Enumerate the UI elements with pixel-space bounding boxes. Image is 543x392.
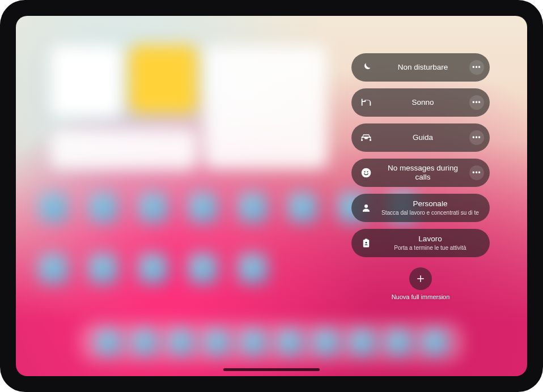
svg-rect-5: [365, 239, 368, 241]
focus-subtitle: Stacca dal lavoro e concentrati su di te: [380, 210, 481, 216]
moon-icon: [359, 61, 373, 74]
app-icon: [188, 193, 218, 222]
dock-app: [422, 329, 448, 355]
new-focus-label: Nuova full immersion: [392, 293, 450, 300]
focus-driving[interactable]: Guida •••: [351, 123, 490, 152]
focus-subtitle: Porta a termine le tue attività: [380, 245, 481, 252]
dock-app: [168, 329, 194, 355]
person-icon: [359, 201, 373, 215]
focus-work[interactable]: Lavoro Porta a termine le tue attività: [351, 229, 490, 257]
svg-point-3: [364, 204, 368, 208]
focus-do-not-disturb[interactable]: Non disturbare •••: [351, 53, 490, 82]
app-icon: [188, 254, 218, 283]
app-icon: [138, 254, 168, 283]
badge-icon: [359, 236, 373, 250]
widget-list: [50, 129, 197, 170]
widget-notes: [129, 45, 197, 113]
more-icon[interactable]: •••: [469, 95, 484, 110]
focus-title: Personale: [380, 199, 481, 208]
svg-point-6: [366, 242, 367, 244]
app-icon: [238, 254, 268, 283]
svg-point-0: [362, 168, 371, 178]
new-focus: Nuova full immersion: [351, 267, 490, 300]
more-icon[interactable]: •••: [469, 165, 484, 180]
app-icon: [39, 193, 68, 222]
app-icon: [39, 254, 68, 283]
ipad-frame: Non disturbare ••• Sonno ••• Guida: [0, 0, 543, 392]
plus-icon: [415, 274, 426, 284]
dock-app: [95, 329, 121, 355]
app-icon: [138, 193, 168, 222]
focus-personal[interactable]: Personale Stacca dal lavoro e concentrat…: [351, 194, 490, 222]
dock-app: [240, 329, 266, 355]
more-icon[interactable]: •••: [469, 130, 484, 145]
dock-app: [131, 329, 158, 355]
app-icon: [288, 193, 317, 222]
focus-title: Guida: [380, 133, 466, 142]
widget-large: [204, 45, 328, 169]
dock-app: [385, 329, 412, 355]
home-indicator[interactable]: [223, 368, 320, 371]
dock-app: [204, 329, 230, 355]
car-icon: [359, 131, 373, 144]
screen: Non disturbare ••• Sonno ••• Guida: [16, 16, 527, 376]
dock-app: [349, 329, 375, 355]
app-icon: [88, 193, 118, 222]
smile-icon: [359, 166, 373, 180]
focus-title: Sonno: [380, 98, 466, 107]
focus-title: No messages during calls: [380, 164, 466, 182]
widget-clock: [50, 45, 122, 118]
bed-icon: [359, 96, 373, 109]
dock: [79, 322, 464, 363]
focus-custom-no-messages[interactable]: No messages during calls •••: [351, 159, 490, 187]
app-icon: [88, 254, 118, 283]
focus-title: Non disturbare: [380, 63, 466, 72]
focus-panel: Non disturbare ••• Sonno ••• Guida: [351, 53, 490, 300]
dock-app: [277, 329, 303, 355]
new-focus-button[interactable]: [409, 267, 432, 290]
focus-title: Lavoro: [380, 235, 481, 244]
more-icon[interactable]: •••: [469, 60, 484, 75]
svg-point-2: [367, 171, 368, 172]
app-icon: [238, 193, 268, 222]
svg-point-1: [364, 171, 365, 172]
dock-app: [313, 329, 339, 355]
focus-sleep[interactable]: Sonno •••: [351, 88, 490, 117]
